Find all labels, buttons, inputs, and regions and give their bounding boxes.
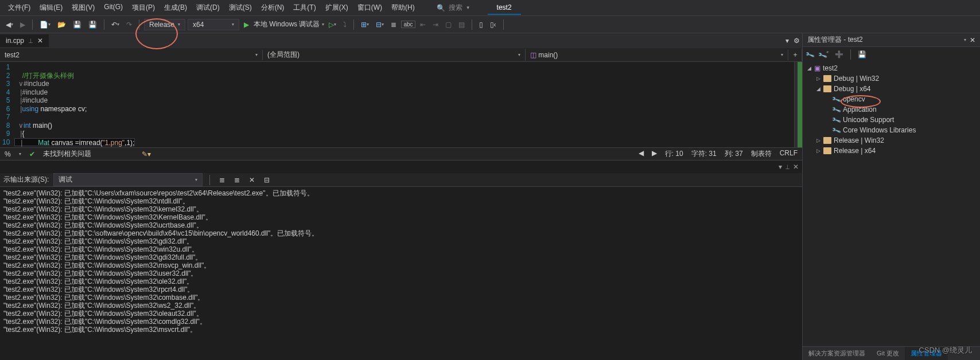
wrench-add-icon[interactable]: 🔧⁺ [818,49,831,60]
code-editor[interactable]: 12345678910 //打开摄像头样例 ∨#include |#includ… [0,62,802,147]
tree-row[interactable]: 🔧Unicode Support [803,115,980,125]
menu-item[interactable]: 窗口(W) [353,1,387,15]
dropdown-icon[interactable]: ▾ [964,37,966,42]
debugger-label[interactable]: 本地 Windows 调试器 [254,19,320,29]
tree-row[interactable]: ▷Debug | Win32 [803,73,980,84]
bottom-tab[interactable]: Git 更改 [871,347,905,360]
output-find-button[interactable]: ≣ [217,175,227,185]
expand-icon[interactable]: ▷ [815,76,821,81]
solution-context-tab[interactable]: test2 [488,1,521,15]
output-wrap-button[interactable]: ⊟ [262,175,272,185]
brush-icon[interactable]: ✎▾ [142,150,151,158]
tree-row[interactable]: ▷Release | Win32 [803,135,980,146]
chevron-down-icon: ▼ [466,5,470,10]
tree-row[interactable]: 🔧Core Windows Libraries [803,125,980,135]
bookmark-button[interactable]: ▯ [477,19,485,30]
gear-icon[interactable]: ⚙ [791,36,802,46]
save-button[interactable]: 💾 [71,19,84,30]
tree-label: opencv [843,95,865,103]
dropdown-icon[interactable]: ▾ [779,163,782,171]
expand-icon[interactable]: ▷ [815,138,821,143]
close-icon[interactable]: ✕ [970,36,975,44]
menu-item[interactable]: 项目(P) [127,1,160,15]
menu-item[interactable]: 调试(D) [192,1,224,15]
project-icon: ▣ [814,64,820,72]
menu-item[interactable]: 分析(N) [256,1,289,15]
menu-item[interactable]: 编辑(E) [35,1,67,15]
cube-icon: ◫ [530,51,536,59]
save-icon[interactable]: 💾 [858,50,866,58]
uncomment-button[interactable]: ▢ [443,19,454,30]
nav-split-button[interactable]: ＋ [788,49,802,61]
open-button[interactable]: 📂 [55,19,68,30]
pin-icon[interactable]: ⟂ [785,163,790,171]
forward-button[interactable]: ▶ [18,19,28,30]
nav-project-dropdown[interactable]: test2▾ [0,50,263,60]
expand-icon[interactable]: ◢ [815,86,821,92]
status-tabs[interactable]: 制表符 [751,149,772,159]
wrench-icon[interactable]: 🔧 [805,49,815,60]
step-button[interactable]: ⤵ [341,19,349,30]
tree-label: Debug | x64 [834,85,871,93]
diagnostic-button[interactable]: ⊟▾ [374,19,386,30]
property-manager-title: 属性管理器 - test2 ▾ ✕ [803,33,980,47]
indent-out-button[interactable]: ⇤ [418,19,428,30]
menu-item[interactable]: 工具(T) [289,1,320,15]
menu-item[interactable]: Git(G) [99,1,127,15]
property-tree[interactable]: ◢ ▣ test2 ▷Debug | Win32◢Debug | x64🔧ope… [803,62,980,346]
close-icon[interactable]: ✕ [793,163,799,171]
output-source-dropdown[interactable]: 调试▾ [53,173,203,186]
tree-label: Core Windows Libraries [843,126,916,134]
toolbox-button[interactable]: ⊞▾ [359,19,371,30]
tree-row[interactable]: ▷Release | x64 [803,146,980,156]
menu-item[interactable]: 视图(V) [67,1,99,15]
nav-right-icon[interactable]: ▶ [652,149,657,159]
pin-icon[interactable]: ⟂ [29,37,33,45]
menu-item[interactable]: 测试(S) [224,1,256,15]
output-text[interactable]: "test2.exe"(Win32): 已加载"C:\Users\xfxam\s… [0,187,802,360]
tree-row[interactable]: 🔧Application [803,104,980,115]
issues-label[interactable]: 未找到相关问题 [43,149,91,159]
close-icon[interactable]: ✕ [37,37,43,45]
menu-item[interactable]: 生成(B) [160,1,192,15]
add-icon[interactable]: ➕ [835,50,843,58]
tree-label: Unicode Support [843,116,894,124]
search-icon: 🔍 [437,4,445,12]
menu-item[interactable]: 扩展(X) [321,1,353,15]
bottom-tab[interactable]: 解决方案资源管理器 [803,347,871,360]
tree-row[interactable]: 🔧opencv [803,94,980,104]
nav-left-icon[interactable]: ◀ [639,149,644,159]
indent-in-button[interactable]: ⇥ [430,19,441,30]
output-clear-button[interactable]: ✕ [247,175,257,185]
nav-member-dropdown[interactable]: ◫ main()▾ [526,50,788,60]
file-tab[interactable]: in.cpp ⟂ ✕ [0,34,49,47]
format-button[interactable]: ▤ [456,19,467,30]
redo-button[interactable]: ↷ [124,19,134,30]
editor-tabbar: in.cpp ⟂ ✕ ▾ ⚙ [0,33,802,48]
menu-item[interactable]: 文件(F) [3,1,35,15]
menu-item[interactable]: 帮助(H) [387,1,419,15]
save-all-button[interactable]: 💾 [86,19,99,30]
wrench-icon: 🔧 [831,94,842,104]
output-goto-button[interactable]: ≣ [232,175,242,185]
back-button[interactable]: ◀▾ [3,19,15,30]
zoom-label[interactable]: % [5,150,11,158]
search-box[interactable]: 🔍 搜索 ▼ [437,3,470,13]
status-crlf[interactable]: CRLF [780,149,798,159]
platform-dropdown[interactable]: x64▾ [188,19,239,30]
new-item-button[interactable]: 📄▾ [37,19,53,30]
tree-row[interactable]: ◢Debug | x64 [803,84,980,94]
expand-icon[interactable]: ◢ [806,65,812,71]
comment-button[interactable]: ≣ [388,19,399,30]
expand-icon[interactable]: ▷ [815,148,821,154]
tab-dropdown-button[interactable]: ▾ [783,36,791,46]
start-debug-button[interactable]: ▶ [242,19,251,30]
scrollbar-indicator[interactable] [794,62,802,147]
nav-scope-dropdown[interactable]: (全局范围)▾ [263,49,526,61]
config-dropdown[interactable]: Release▾ [144,19,185,30]
undo-button[interactable]: ↶▾ [109,19,122,30]
tree-root[interactable]: ◢ ▣ test2 [803,63,980,73]
start-without-debug-button[interactable]: ▷▾ [326,19,339,30]
bookmark2-button[interactable]: ▯‹ [488,19,499,30]
abc-button[interactable]: abc [401,21,415,28]
